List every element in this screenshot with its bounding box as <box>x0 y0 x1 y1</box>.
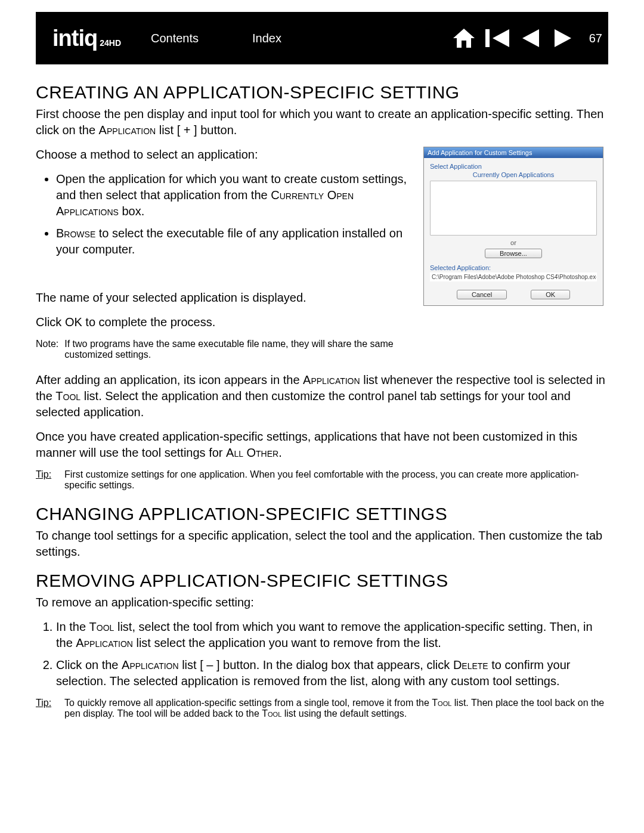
tip-2: Tip: To quickly remove all application-s… <box>36 698 608 719</box>
note-row: Note: If two programs have the same exec… <box>36 339 417 360</box>
select-application-label: Select Application <box>430 163 597 170</box>
browse-button[interactable]: Browse... <box>485 249 542 258</box>
svg-marker-0 <box>453 29 475 48</box>
top-navbar: intiq24HD Contents Index 67 <box>36 12 608 64</box>
selected-application-path: C:\Program Files\Adobe\Adobe Photoshop C… <box>430 272 597 281</box>
svg-marker-4 <box>555 29 571 47</box>
dialog-titlebar: Add Application for Custom Settings <box>424 147 603 158</box>
cancel-button[interactable]: Cancel <box>457 290 507 299</box>
tip-1: Tip: First customize settings for one ap… <box>36 469 608 491</box>
prev-page-icon[interactable] <box>521 29 541 47</box>
svg-rect-1 <box>485 29 490 47</box>
note-label: Note: <box>36 339 58 360</box>
currently-open-listbox[interactable] <box>430 181 597 236</box>
intro-paragraph: First choose the pen display and input t… <box>36 106 608 138</box>
tip-label: Tip: <box>36 469 51 479</box>
svg-marker-2 <box>493 29 509 47</box>
svg-marker-3 <box>522 29 539 47</box>
home-icon[interactable] <box>453 29 475 48</box>
nav-index-link[interactable]: Index <box>252 32 281 45</box>
first-page-icon[interactable] <box>485 29 510 47</box>
changing-paragraph: To change tool settings for a specific a… <box>36 528 608 560</box>
add-application-dialog: Add Application for Custom Settings Sele… <box>423 147 603 306</box>
tip-body-2: To quickly remove all application-specif… <box>64 698 608 719</box>
callout-selected-name: The name of your selected application is… <box>36 290 417 306</box>
method-bullet-2: Browse to select the executable file of … <box>56 225 417 258</box>
currently-open-label: Currently Open Applications <box>430 171 597 178</box>
brand-subtext: 24HD <box>100 38 121 48</box>
all-other-paragraph: Once you have created application-specif… <box>36 429 608 461</box>
ok-button[interactable]: OK <box>531 290 570 299</box>
heading-changing: CHANGING APPLICATION-SPECIFIC SETTINGS <box>36 504 608 524</box>
remove-step-2: Click on the Application list [ – ] butt… <box>56 657 608 689</box>
after-adding-paragraph: After adding an application, its icon ap… <box>36 372 608 420</box>
removing-intro: To remove an application-specific settin… <box>36 594 608 611</box>
brand-text: intiq <box>42 26 97 51</box>
nav-contents-link[interactable]: Contents <box>151 32 199 45</box>
selected-application-label: Selected Application: <box>430 264 597 271</box>
tip-body: First customize settings for one applica… <box>64 469 608 491</box>
next-page-icon[interactable] <box>552 29 572 47</box>
method-bullet-1: Open the application for which you want … <box>56 171 417 219</box>
or-label: or <box>430 239 597 246</box>
tip-label-2: Tip: <box>36 698 51 708</box>
choose-method-text: Choose a method to select an application… <box>36 147 417 163</box>
callout-click-ok: Click OK to complete the process. <box>36 314 417 330</box>
note-body: If two programs have the same executable… <box>64 339 417 360</box>
page-number-top: 67 <box>589 32 602 45</box>
remove-step-1: In the Tool list, select the tool from w… <box>56 619 608 651</box>
brand-logo: intiq24HD <box>42 26 121 51</box>
heading-creating: CREATING AN APPLICATION-SPECIFIC SETTING <box>36 82 608 103</box>
heading-removing: REMOVING APPLICATION-SPECIFIC SETTINGS <box>36 571 608 591</box>
